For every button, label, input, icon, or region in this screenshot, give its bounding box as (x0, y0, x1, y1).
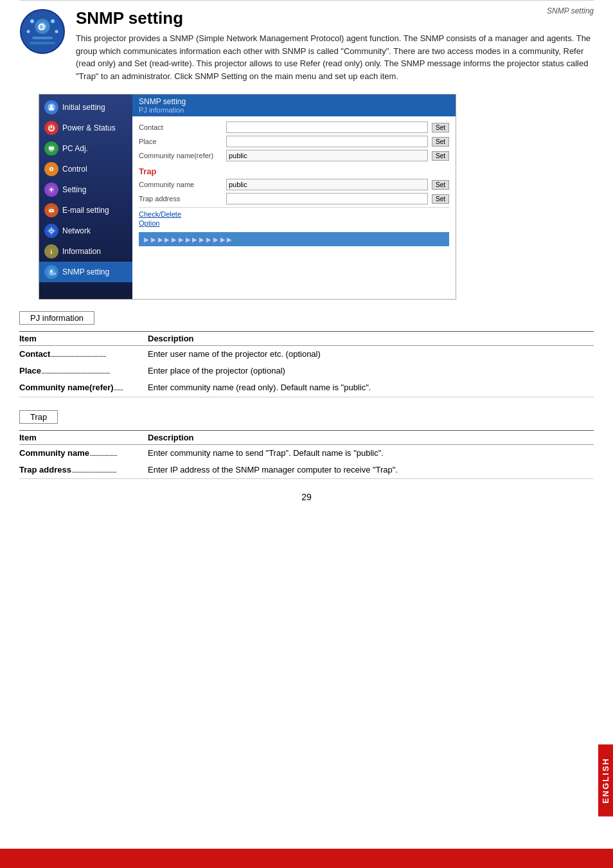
svg-text:O: O (38, 22, 45, 32)
sidebar-item-snmp[interactable]: SNM SNMP setting (39, 262, 132, 282)
pj-information-tab: PJ information (19, 311, 94, 325)
svg-point-5 (30, 19, 34, 23)
place-input[interactable] (226, 136, 428, 147)
svg-point-11 (50, 105, 53, 107)
nav-info: ▶ ▶ ▶ ▶ ▶ ▶ ▶ ▶ ▶ ▶ ▶ ▶ ▶ (144, 236, 444, 243)
community-refer-input[interactable] (226, 150, 428, 161)
divider (139, 207, 449, 208)
sidebar-item-setting[interactable]: Setting (39, 179, 132, 200)
sidebar: Initial setting Power & Status PC Adj. C… (39, 95, 132, 299)
trap-address-label: Trap address (139, 195, 222, 203)
desc-column-header: Description (148, 334, 594, 343)
trap-address-desc: Enter IP address of the SNMP manager com… (148, 464, 594, 476)
sidebar-label-pc: PC Adj. (62, 144, 88, 153)
svg-point-8 (55, 30, 58, 33)
pj-info-section: PJ information Item Description Contact.… (19, 311, 594, 397)
initial-setting-icon (44, 100, 58, 114)
pj-contact-row: Contact.................................… (19, 346, 594, 363)
contact-input[interactable] (226, 122, 428, 133)
svg-point-6 (51, 19, 55, 23)
sidebar-item-initial[interactable]: Initial setting (39, 97, 132, 118)
trap-section: Trap Item Description Community name....… (19, 410, 594, 479)
trap-table-header: Item Description (19, 431, 594, 445)
sidebar-label-information: Information (62, 247, 101, 256)
snmp-icon: O (19, 8, 66, 55)
pj-community-desc: Enter community name (read only). Defaul… (148, 382, 594, 393)
svg-rect-3 (32, 37, 53, 39)
trap-table: Item Description Community name.........… (19, 430, 594, 479)
svg-point-7 (27, 30, 30, 33)
pj-table-header: Item Description (19, 332, 594, 346)
svg-point-18 (51, 168, 53, 170)
svg-text:i: i (51, 249, 53, 255)
pj-info-table: Item Description Contact................… (19, 331, 594, 397)
red-bottom-bar (0, 849, 613, 868)
sidebar-item-network[interactable]: Network (39, 221, 132, 241)
ui-panel: Initial setting Power & Status PC Adj. C… (39, 94, 456, 300)
contact-row: Contact Set (139, 122, 449, 133)
sidebar-item-control[interactable]: Control (39, 159, 132, 179)
sidebar-label-power: Power & Status (62, 123, 116, 132)
sidebar-item-power[interactable]: Power & Status (39, 118, 132, 138)
trap-community-label: Community name (139, 181, 222, 188)
trap-community-set-button[interactable]: Set (432, 180, 449, 190)
panel-header: SNMP setting PJ information (132, 95, 456, 116)
svg-rect-15 (50, 150, 53, 151)
contact-set-button[interactable]: Set (432, 123, 449, 132)
control-icon (44, 162, 58, 176)
option-link[interactable]: Option (139, 219, 449, 227)
pj-place-item: Place...................................… (19, 365, 148, 377)
community-refer-label: Community name(refer) (139, 152, 222, 159)
sidebar-label-control: Control (62, 165, 87, 174)
page-title: SNMP setting (76, 8, 594, 28)
pj-contact-desc: Enter user name of the projector etc. (o… (148, 348, 594, 360)
trap-address-input[interactable] (226, 193, 428, 204)
svg-text:SNM: SNM (49, 272, 56, 276)
header-text-block: SNMP setting This projector provides a S… (76, 8, 594, 82)
page-header: O SNMP setting This projector provides a… (0, 1, 613, 82)
network-icon (44, 224, 58, 238)
contact-label: Contact (139, 123, 222, 131)
svg-rect-4 (30, 42, 55, 44)
place-set-button[interactable]: Set (432, 137, 449, 147)
snmp-setting-icon: SNM (44, 265, 58, 279)
place-row: Place Set (139, 136, 449, 147)
setting-icon (44, 183, 58, 197)
trap-community-item: Community name..................... (19, 448, 148, 459)
main-panel: SNMP setting PJ information Contact Set … (132, 95, 456, 299)
place-label: Place (139, 138, 222, 145)
page-section-label: SNMP setting (547, 6, 594, 15)
page-number: 29 (0, 492, 613, 502)
community-refer-set-button[interactable]: Set (432, 151, 449, 161)
pc-adj-icon (44, 141, 58, 156)
sidebar-label-initial: Initial setting (62, 103, 105, 112)
nav-bar: ▶ ▶ ▶ ▶ ▶ ▶ ▶ ▶ ▶ ▶ ▶ ▶ ▶ (139, 232, 449, 246)
trap-item-header: Item (19, 433, 148, 442)
community-refer-row: Community name(refer) Set (139, 150, 449, 161)
pj-place-row: Place...................................… (19, 363, 594, 379)
pj-place-desc: Enter place of the projector (optional) (148, 365, 594, 377)
item-column-header: Item (19, 334, 148, 343)
trap-section-header: Trap (139, 167, 449, 176)
email-setting-icon (44, 203, 58, 217)
power-status-icon (44, 121, 58, 135)
trap-community-desc: Enter community name to send "Trap". Def… (148, 448, 594, 459)
english-badge: ENGLISH (598, 745, 613, 817)
trap-address-desc-row: Trap address............................… (19, 462, 594, 478)
ui-panel-container: Initial setting Power & Status PC Adj. C… (19, 94, 594, 300)
panel-subtitle: PJ information (139, 106, 449, 114)
sidebar-item-pc[interactable]: PC Adj. (39, 138, 132, 159)
check-delete-link[interactable]: Check/Delete (139, 210, 449, 218)
page-description: This projector provides a SNMP (Simple N… (76, 32, 594, 82)
trap-desc-header: Description (148, 433, 594, 442)
sidebar-item-email[interactable]: E-mail setting (39, 200, 132, 221)
trap-tab: Trap (19, 410, 58, 424)
sidebar-label-setting: Setting (62, 185, 86, 194)
trap-community-row: Community name Set (139, 179, 449, 190)
panel-body: Contact Set Place Set Community name(ref… (132, 116, 456, 251)
trap-address-set-button[interactable]: Set (432, 194, 449, 204)
pj-contact-item: Contact.................................… (19, 348, 148, 360)
trap-community-input[interactable] (226, 179, 428, 190)
sidebar-item-information[interactable]: i Information (39, 241, 132, 262)
information-icon: i (44, 244, 58, 258)
